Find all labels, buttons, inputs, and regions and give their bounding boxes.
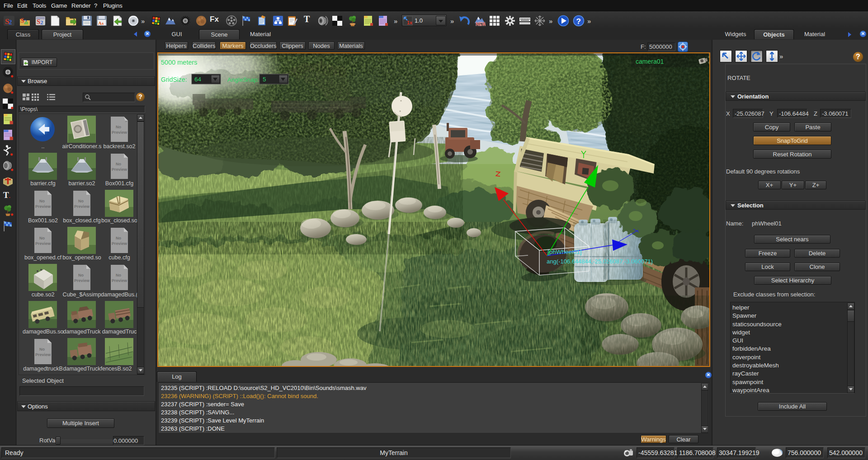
svg-text:2: 2 <box>40 19 43 26</box>
svg-text:No: No <box>116 236 121 240</box>
svg-text:Preview: Preview <box>74 204 90 209</box>
svg-text:No: No <box>39 199 45 203</box>
svg-text:As: As <box>98 20 104 26</box>
svg-text:Preview: Preview <box>35 352 51 357</box>
svg-text:AngleSnap:: AngleSnap: <box>227 76 259 83</box>
svg-text:NEW: NEW <box>476 22 486 27</box>
svg-text:Preview: Preview <box>35 204 51 209</box>
svg-text:No: No <box>116 125 121 129</box>
svg-text:No: No <box>78 199 84 203</box>
svg-text:5000 meters: 5000 meters <box>161 59 198 66</box>
svg-text:1x: 1x <box>407 20 413 25</box>
svg-text:64: 64 <box>194 76 202 83</box>
svg-text:GridSize:: GridSize: <box>161 76 187 83</box>
svg-text:Preview: Preview <box>74 278 90 283</box>
svg-text:?: ? <box>576 17 581 26</box>
svg-text:Preview: Preview <box>35 241 51 246</box>
svg-text:No: No <box>39 347 45 352</box>
svg-text:Preview: Preview <box>112 130 127 135</box>
svg-text:ang(-106.644844,-25.026087,-3.: ang(-106.644844,-25.026087,-3.060071) <box>547 258 653 265</box>
svg-text:Preview: Preview <box>112 241 127 246</box>
svg-text:2: 2 <box>9 19 12 26</box>
svg-text:No: No <box>78 273 84 277</box>
svg-text:Preview: Preview <box>112 167 127 172</box>
svg-text:No: No <box>39 236 45 240</box>
svg-text:[phWheel01]: [phWheel01] <box>547 249 582 255</box>
svg-text:camera01: camera01 <box>636 58 664 65</box>
svg-text:No: No <box>116 162 121 166</box>
svg-text:Preview: Preview <box>112 278 127 283</box>
svg-text:5: 5 <box>263 76 266 83</box>
svg-text:No: No <box>116 273 121 277</box>
